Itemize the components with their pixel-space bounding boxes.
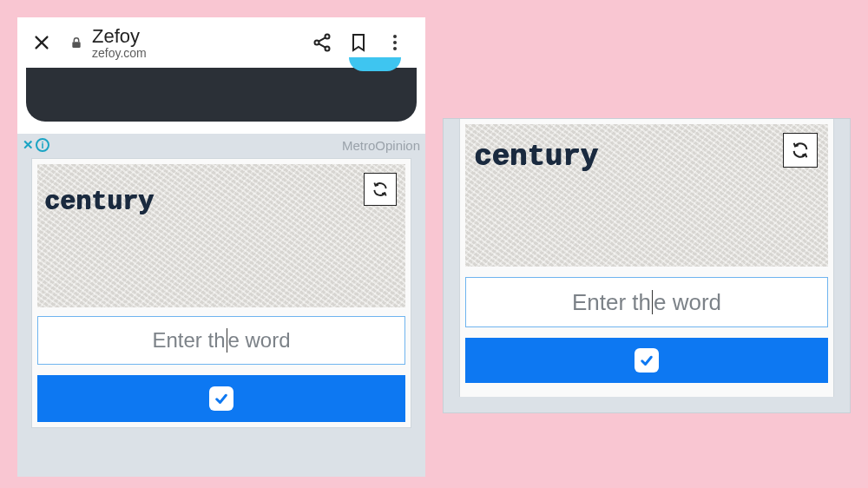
submit-button-zoom[interactable] <box>465 338 828 383</box>
svg-rect-2 <box>72 42 80 48</box>
kebab-menu-icon[interactable] <box>377 35 413 50</box>
text-caret <box>227 328 227 353</box>
captcha-image: century <box>37 164 405 307</box>
lock-icon <box>69 35 83 50</box>
svg-point-4 <box>315 41 319 45</box>
svg-line-7 <box>319 43 326 47</box>
ad-info-icon[interactable]: i <box>36 138 49 152</box>
svg-point-3 <box>326 35 330 39</box>
pill-accent <box>349 57 401 71</box>
captcha-input-zoom[interactable]: Enter the word <box>465 277 828 327</box>
page-body: ✕ i MetroOpinion century Enter the word <box>17 134 425 477</box>
ad-close-icon[interactable]: ✕ <box>23 137 34 153</box>
refresh-captcha-button-zoom[interactable] <box>783 133 818 168</box>
ad-row: ✕ i MetroOpinion <box>17 134 425 156</box>
captcha-placeholder-post: e word <box>228 328 291 353</box>
captcha-placeholder-pre-zoom: Enter th <box>572 289 651 316</box>
captcha-card-zoom: century Enter the word <box>459 119 834 397</box>
captcha-placeholder-pre: Enter th <box>152 328 225 353</box>
ad-label[interactable]: MetroOpinion <box>342 138 420 153</box>
captcha-card: century Enter the word <box>31 158 411 428</box>
share-icon[interactable] <box>304 32 340 53</box>
zoom-screenshot: century Enter the word <box>443 118 851 413</box>
bookmark-icon[interactable] <box>340 32 377 53</box>
phone-screenshot: Zefoy zefoy.com ✕ i MetroOpinion <box>17 17 425 476</box>
text-caret-zoom <box>652 290 653 314</box>
refresh-icon <box>372 181 389 198</box>
captcha-word-zoom: century <box>474 140 598 173</box>
site-info[interactable]: Zefoy zefoy.com <box>92 26 147 60</box>
captcha-word: century <box>44 187 154 216</box>
page-header-dark <box>26 68 417 122</box>
close-icon[interactable] <box>30 30 54 55</box>
check-icon <box>635 348 659 373</box>
captcha-placeholder-post-zoom: e word <box>654 289 721 316</box>
submit-button[interactable] <box>37 375 405 422</box>
svg-line-6 <box>319 37 326 41</box>
check-icon <box>209 386 233 411</box>
site-title: Zefoy <box>92 26 147 46</box>
captcha-image-zoom: century <box>465 124 828 267</box>
refresh-captcha-button[interactable] <box>364 173 397 206</box>
site-domain: zefoy.com <box>92 47 147 60</box>
captcha-input[interactable]: Enter the word <box>37 316 405 365</box>
refresh-icon <box>791 141 810 160</box>
svg-point-5 <box>326 47 330 51</box>
